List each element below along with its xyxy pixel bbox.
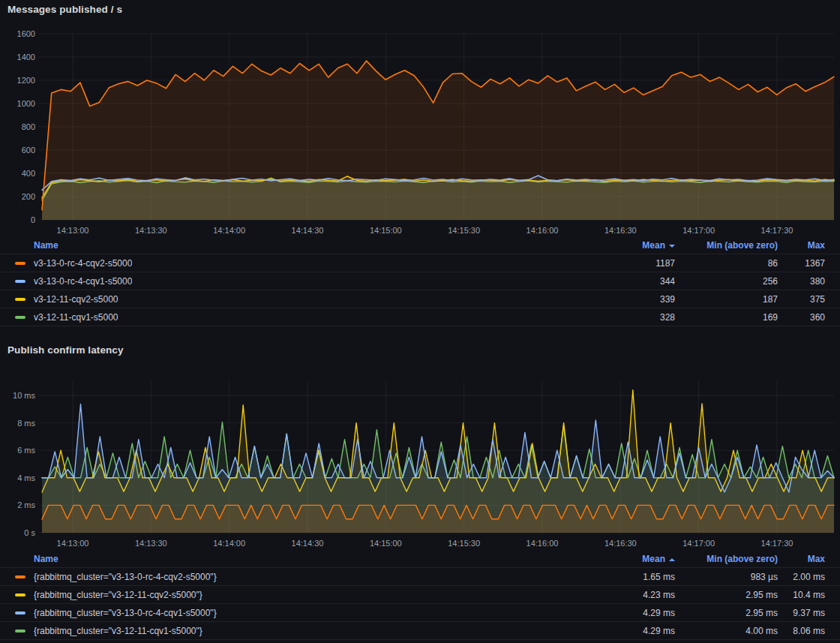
series-mean-value: 4.29 ms	[585, 608, 675, 618]
y-axis-tick-label: 2 ms	[17, 500, 35, 509]
series-area-fill	[42, 61, 834, 220]
series-name[interactable]: {rabbitmq_cluster="v3-13-0-rc-4-cqv2-s50…	[34, 572, 217, 582]
legend-row: {rabbitmq_cluster="v3-13-0-rc-4-cqv2-s50…	[0, 567, 840, 585]
x-axis-tick-label: 14:14:00	[213, 226, 245, 235]
series-color-swatch[interactable]	[15, 298, 26, 301]
legend-row: v3-13-0-rc-4-cqv1-s5000344256380	[0, 272, 840, 290]
series-max-value: 8.06 ms	[778, 626, 825, 636]
x-axis-tick-label: 14:17:00	[682, 226, 715, 235]
series-name[interactable]: v3-13-0-rc-4-cqv2-s5000	[34, 258, 132, 269]
legend-table-messages: NameMeanMin (above zero)Maxv3-13-0-rc-4-…	[0, 237, 840, 326]
messages-published-chart[interactable]: 1600140012001000800600400200014:13:0014:…	[0, 21, 840, 237]
legend-header-min[interactable]: Min (above zero)	[675, 240, 778, 251]
legend-row: {rabbitmq_cluster="v3-13-0-rc-4-cqv1-s50…	[0, 603, 840, 621]
y-axis-tick-label: 400	[22, 169, 35, 178]
sort-asc-icon	[669, 558, 675, 561]
legend-header-max[interactable]: Max	[778, 554, 825, 564]
series-color-swatch[interactable]	[15, 629, 26, 632]
x-axis-tick-label: 14:14:30	[292, 539, 324, 548]
series-mean-value: 1187	[585, 258, 675, 269]
x-axis-tick-label: 14:16:30	[604, 539, 637, 548]
legend-row: v3-12-11-cqv1-s5000328169360	[0, 308, 840, 326]
y-axis-tick-label: 0	[31, 215, 35, 224]
y-axis-tick-label: 10 ms	[13, 391, 35, 400]
series-max-value: 375	[778, 294, 825, 305]
series-color-swatch[interactable]	[15, 316, 26, 319]
y-axis-tick-label: 600	[22, 146, 35, 155]
x-axis-tick-label: 14:17:30	[761, 226, 794, 235]
series-name[interactable]: v3-12-11-cqv2-s5000	[34, 294, 118, 305]
series-name[interactable]: {rabbitmq_cluster="v3-12-11-cqv1-s5000"}	[34, 626, 202, 636]
series-mean-value: 328	[585, 312, 675, 323]
series-min-value: 2.95 ms	[675, 590, 778, 600]
series-min-value: 256	[675, 276, 778, 287]
x-axis-tick-label: 14:14:00	[213, 539, 245, 548]
series-color-swatch[interactable]	[15, 280, 26, 283]
x-axis-tick-label: 14:17:30	[761, 539, 794, 548]
series-max-value: 380	[778, 276, 825, 287]
y-axis-tick-label: 1200	[17, 76, 35, 85]
series-max-value: 9.37 ms	[778, 608, 825, 618]
y-axis-tick-label: 0 s	[24, 528, 35, 537]
x-axis-tick-label: 14:16:00	[526, 226, 559, 235]
x-axis-tick-label: 14:13:00	[57, 539, 89, 548]
sort-desc-icon	[669, 245, 675, 248]
y-axis-tick-label: 800	[22, 122, 35, 131]
x-axis-tick-label: 14:15:30	[448, 539, 480, 548]
series-min-value: 2.95 ms	[675, 608, 778, 618]
x-axis-tick-label: 14:16:00	[526, 539, 559, 548]
series-min-value: 86	[675, 258, 778, 269]
legend-table-latency: NameMeanMin (above zero)Max{rabbitmq_clu…	[0, 551, 840, 640]
x-axis-tick-label: 14:13:00	[57, 226, 89, 235]
series-max-value: 1367	[778, 258, 825, 269]
y-axis-tick-label: 1000	[17, 99, 35, 108]
series-mean-value: 4.23 ms	[585, 590, 675, 600]
series-color-swatch[interactable]	[15, 593, 26, 596]
series-min-value: 187	[675, 294, 778, 305]
legend-header-min[interactable]: Min (above zero)	[675, 554, 778, 564]
series-max-value: 360	[778, 312, 825, 323]
y-axis-tick-label: 1400	[17, 53, 35, 62]
legend-row: {rabbitmq_cluster="v3-12-11-cqv1-s5000"}…	[0, 621, 840, 639]
series-mean-value: 1.65 ms	[585, 572, 675, 582]
x-axis-tick-label: 14:15:30	[448, 226, 480, 235]
x-axis-tick-label: 14:13:30	[135, 539, 167, 548]
x-axis-tick-label: 14:15:00	[370, 539, 402, 548]
y-axis-tick-label: 4 ms	[17, 473, 35, 482]
legend-row: {rabbitmq_cluster="v3-12-11-cqv2-s5000"}…	[0, 585, 840, 603]
publish-confirm-latency-chart[interactable]: 10 ms8 ms6 ms4 ms2 ms0 s14:13:0014:13:30…	[0, 351, 840, 551]
y-axis-tick-label: 6 ms	[17, 446, 35, 455]
x-axis-tick-label: 14:13:30	[135, 226, 167, 235]
legend-header-max[interactable]: Max	[778, 240, 825, 251]
x-axis-tick-label: 14:17:00	[682, 539, 715, 548]
legend-row: v3-13-0-rc-4-cqv2-s50001187861367	[0, 254, 840, 272]
series-min-value: 4.00 ms	[675, 626, 778, 636]
series-max-value: 2.00 ms	[778, 572, 825, 582]
series-color-swatch[interactable]	[15, 262, 26, 265]
series-color-swatch[interactable]	[15, 575, 26, 578]
x-axis-tick-label: 14:16:30	[604, 226, 637, 235]
series-mean-value: 344	[585, 276, 675, 287]
y-axis-tick-label: 200	[22, 192, 35, 201]
legend-header-name[interactable]: Name	[15, 240, 585, 251]
x-axis-tick-label: 14:14:30	[292, 226, 324, 235]
x-axis-tick-label: 14:15:00	[370, 226, 402, 235]
series-name[interactable]: {rabbitmq_cluster="v3-12-11-cqv2-s5000"}	[34, 590, 202, 600]
legend-header-mean[interactable]: Mean	[585, 554, 675, 564]
series-mean-value: 339	[585, 294, 675, 305]
legend-header-mean[interactable]: Mean	[585, 240, 675, 251]
y-axis-tick-label: 1600	[17, 29, 35, 38]
series-name[interactable]: {rabbitmq_cluster="v3-13-0-rc-4-cqv1-s50…	[34, 608, 217, 618]
legend-row: v3-12-11-cqv2-s5000339187375	[0, 290, 840, 308]
legend-header-name[interactable]: Name	[15, 554, 585, 564]
series-name[interactable]: v3-13-0-rc-4-cqv1-s5000	[34, 276, 132, 287]
series-color-swatch[interactable]	[15, 611, 26, 614]
y-axis-tick-label: 8 ms	[17, 419, 35, 428]
series-min-value: 983 µs	[675, 572, 778, 582]
series-max-value: 10.4 ms	[778, 590, 825, 600]
series-name[interactable]: v3-12-11-cqv1-s5000	[34, 312, 118, 323]
series-mean-value: 4.29 ms	[585, 626, 675, 636]
panel-title-messages-published[interactable]: Messages published / s	[8, 4, 122, 15]
series-min-value: 169	[675, 312, 778, 323]
